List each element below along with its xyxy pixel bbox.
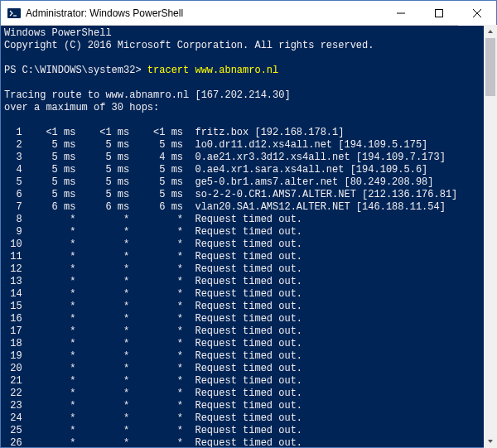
header-line1: Windows PowerShell — [4, 27, 112, 39]
command-text: tracert www.abnamro.nl — [147, 65, 278, 76]
hops-list: 1 <1 ms <1 ms <1 ms fritz.box [192.168.1… — [4, 127, 457, 447]
powershell-window: Administrator: Windows PowerShell Window… — [0, 0, 497, 448]
vertical-scrollbar[interactable] — [484, 25, 497, 448]
minimize-button[interactable] — [382, 1, 420, 26]
window-title: Administrator: Windows PowerShell — [26, 7, 183, 19]
trace-line2: over a maximum of 30 hops: — [4, 102, 159, 113]
maximize-button[interactable] — [420, 1, 458, 26]
powershell-icon — [7, 7, 21, 20]
scroll-down-button[interactable] — [484, 435, 497, 448]
scroll-thumb[interactable] — [485, 38, 495, 96]
header-line2: Copyright (C) 2016 Microsoft Corporation… — [4, 40, 374, 51]
scroll-track[interactable] — [484, 38, 497, 435]
titlebar[interactable]: Administrator: Windows PowerShell — [1, 1, 496, 26]
svg-rect-0 — [7, 8, 21, 18]
svg-rect-2 — [436, 9, 443, 17]
prompt-text: PS C:\WINDOWS\system32> — [4, 65, 142, 76]
terminal-output[interactable]: Windows PowerShell Copyright (C) 2016 Mi… — [1, 26, 496, 447]
trace-line1: Tracing route to www.abnamro.nl [167.202… — [4, 89, 291, 101]
close-button[interactable] — [458, 1, 496, 26]
scroll-up-button[interactable] — [484, 25, 497, 38]
